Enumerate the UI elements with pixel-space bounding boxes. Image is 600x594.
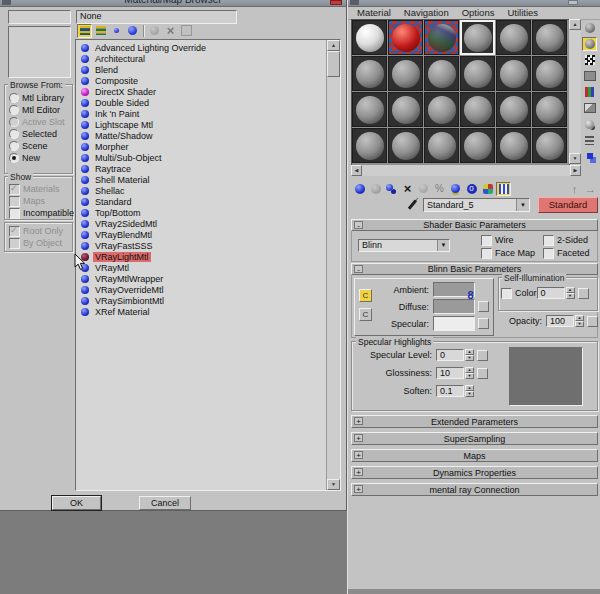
show-option[interactable]: Incompatible (5, 207, 72, 219)
color-swatch[interactable] (433, 316, 475, 331)
expand-icon[interactable]: + (354, 468, 363, 476)
rollout-header[interactable]: + Extended Parameters (351, 415, 598, 428)
material-list-item[interactable]: VRayOverrideMtl (77, 284, 326, 295)
sample-slot[interactable] (388, 20, 423, 55)
put-to-library-icon[interactable] (448, 182, 463, 196)
scroll-thumb[interactable] (327, 51, 340, 77)
map-button[interactable] (477, 368, 488, 379)
sample-slot[interactable] (424, 92, 459, 127)
material-type-button[interactable]: Standard (538, 197, 598, 213)
expand-icon[interactable]: + (354, 434, 363, 442)
sample-slot[interactable] (388, 128, 423, 163)
clear-material-library-icon[interactable] (179, 24, 194, 38)
material-list-item[interactable]: VRaySimbiontMtl (77, 295, 326, 306)
lock-icon[interactable]: 8 (465, 288, 476, 303)
material-id-channel-icon[interactable] (464, 182, 479, 196)
minimize-icon[interactable] (568, 0, 578, 5)
material-list-item[interactable]: VRayMtlWrapper (77, 273, 326, 284)
make-material-copy-icon[interactable] (416, 182, 431, 196)
collapse-icon[interactable]: - (354, 265, 363, 273)
material-list-item[interactable]: Matte/Shadow (77, 130, 326, 141)
browse-from-option[interactable]: Scene (5, 140, 72, 152)
material-list-item[interactable]: VRayMtl (77, 262, 326, 273)
material-list-item[interactable]: Advanced Lighting Override (77, 42, 326, 53)
menu-item[interactable]: Navigation (404, 7, 449, 18)
material-list-item[interactable]: Multi/Sub-Object (77, 152, 326, 163)
value-input[interactable]: 10 (436, 367, 464, 379)
background-icon[interactable] (582, 53, 597, 67)
options-icon[interactable] (582, 117, 597, 131)
show-option[interactable]: Materials (5, 183, 72, 195)
scroll-down-icon[interactable]: ▼ (569, 153, 581, 164)
sample-slot[interactable] (352, 56, 387, 91)
sample-slot[interactable] (532, 56, 567, 91)
collapse-icon[interactable]: - (354, 221, 363, 229)
browse-from-option[interactable]: Selected (5, 128, 72, 140)
shader-checkbox[interactable]: Faceted (539, 247, 597, 259)
sample-slot[interactable] (496, 56, 531, 91)
select-by-material-icon[interactable] (582, 133, 597, 147)
scroll-up-icon[interactable]: ▲ (327, 40, 340, 51)
view-small-icons-icon[interactable] (109, 24, 124, 38)
material-list-item[interactable]: DirectX Shader (77, 86, 326, 97)
material-list-item[interactable]: Shellac (77, 185, 326, 196)
chevron-down-icon[interactable]: ▼ (516, 199, 529, 211)
spinner[interactable]: ▲▼ (465, 349, 474, 361)
sample-slot[interactable] (424, 56, 459, 91)
view-large-icons-icon[interactable] (125, 24, 140, 38)
material-list-item[interactable]: Double Sided (77, 97, 326, 108)
color-checkbox[interactable]: Color (501, 287, 537, 299)
show-end-result-icon[interactable] (496, 182, 511, 196)
rollout-header[interactable]: + mental ray Connection (351, 483, 598, 496)
go-to-parent-icon[interactable] (567, 182, 582, 196)
material-map-navigator-icon[interactable] (582, 149, 597, 163)
map-button[interactable] (578, 288, 589, 299)
sample-slot[interactable] (352, 128, 387, 163)
material-list-item[interactable]: Ink 'n Paint (77, 108, 326, 119)
spinner[interactable]: ▲▼ (575, 315, 584, 327)
sample-slot[interactable] (460, 20, 495, 55)
filter-option[interactable]: Root Only (5, 225, 72, 237)
sample-slot[interactable] (460, 56, 495, 91)
rollout-header[interactable]: - Shader Basic Parameters (351, 219, 598, 231)
value-input[interactable]: 0 (436, 349, 464, 361)
expand-icon[interactable]: + (354, 417, 363, 425)
material-list-item[interactable]: VRayBlendMtl (77, 229, 326, 240)
shader-type-combo[interactable]: Blinn ▼ (358, 239, 450, 252)
sample-slot[interactable] (496, 128, 531, 163)
shader-checkbox[interactable]: 2-Sided (539, 234, 597, 246)
make-unique-icon[interactable] (432, 182, 447, 196)
sample-uv-tiling-icon[interactable] (582, 69, 597, 83)
material-list-item[interactable]: VRay2SidedMtl (77, 218, 326, 229)
shader-checkbox[interactable]: Face Map (477, 247, 539, 259)
material-list-item[interactable]: Raytrace (77, 163, 326, 174)
make-preview-icon[interactable] (582, 101, 597, 115)
pick-material-eyedropper-icon[interactable] (405, 197, 420, 211)
map-button[interactable] (478, 318, 489, 329)
scroll-left-icon[interactable]: ◀ (351, 165, 362, 176)
browser-titlebar[interactable]: Material/Map Browser (0, 0, 346, 7)
material-list-item[interactable]: VRayFastSSS (77, 240, 326, 251)
sample-slot[interactable] (460, 92, 495, 127)
reset-map-mtl-icon[interactable] (400, 182, 415, 196)
view-list-icon[interactable] (77, 24, 92, 38)
show-map-in-viewport-icon[interactable] (480, 182, 495, 196)
sample-slot[interactable] (388, 56, 423, 91)
material-list-item[interactable]: Morpher (77, 141, 326, 152)
expand-icon[interactable]: + (354, 451, 363, 459)
rollout-header[interactable]: + Maps (351, 449, 598, 462)
browse-from-option[interactable]: Active Slot (5, 116, 72, 128)
scroll-right-icon[interactable]: ▶ (570, 165, 581, 176)
opacity-value[interactable]: 100 (546, 315, 574, 327)
material-list-item[interactable]: Blend (77, 64, 326, 75)
sample-slot[interactable] (424, 20, 459, 55)
get-material-icon[interactable] (352, 182, 367, 196)
spinner[interactable]: ▲▼ (465, 385, 474, 397)
material-list-item[interactable]: Composite (77, 75, 326, 86)
video-color-check-icon[interactable] (582, 85, 597, 99)
lock-ambient-diffuse-icon[interactable]: C (359, 289, 372, 302)
cancel-button[interactable]: Cancel (139, 496, 191, 510)
material-list-item[interactable]: XRef Material (77, 306, 326, 317)
sample-slot[interactable] (496, 92, 531, 127)
go-forward-sibling-icon[interactable] (583, 182, 598, 196)
